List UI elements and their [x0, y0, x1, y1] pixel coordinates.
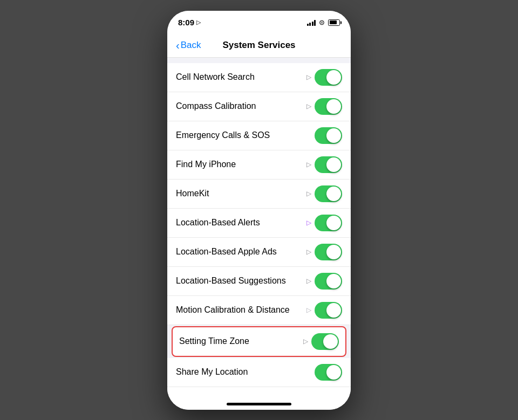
page-title: System Services	[222, 40, 295, 51]
location-arrow-purple-icon: ▷	[306, 219, 311, 226]
location-based-alerts-toggle[interactable]	[315, 215, 342, 231]
back-label[interactable]: Back	[181, 40, 201, 51]
emergency-calls-label: Emergency Calls & SOS	[176, 130, 315, 140]
list-item[interactable]: Emergency Calls & SOS	[167, 121, 351, 150]
row-right: ▷	[306, 185, 342, 202]
homekit-toggle[interactable]	[315, 185, 342, 202]
status-bar: 8:09 ▷ ⊜	[167, 11, 351, 35]
setting-time-zone-toggle[interactable]	[311, 333, 339, 350]
list-item[interactable]: Cell Network Search ▷	[167, 63, 351, 92]
home-bar	[227, 403, 291, 405]
list-item[interactable]: Motion Calibration & Distance ▷	[167, 296, 351, 325]
compass-calibration-toggle[interactable]	[315, 98, 342, 115]
list-item[interactable]: HomeKit ▷	[167, 180, 351, 209]
location-arrow-icon: ▷	[306, 248, 311, 256]
list-item[interactable]: Compass Calibration ▷	[167, 92, 351, 121]
row-right: ▷	[306, 98, 342, 115]
row-right: ▷	[306, 273, 342, 290]
location-based-apple-ads-toggle[interactable]	[315, 244, 342, 260]
setting-time-zone-label: Setting Time Zone	[179, 336, 303, 346]
row-right	[315, 127, 342, 144]
battery-icon	[328, 19, 340, 26]
row-right: ▷	[306, 69, 342, 86]
location-arrow-icon: ▷	[306, 102, 311, 110]
location-arrow-icon: ▷	[306, 73, 311, 81]
share-my-location-toggle[interactable]	[315, 364, 342, 381]
status-icons: ⊜	[307, 18, 340, 26]
location-arrow-icon: ▷	[303, 338, 308, 345]
find-my-iphone-label: Find My iPhone	[176, 160, 306, 169]
compass-calibration-label: Compass Calibration	[176, 101, 306, 111]
row-right: ▷	[306, 302, 342, 319]
location-arrow-icon: ▷	[306, 277, 311, 285]
location-based-alerts-label: Location-Based Alerts	[176, 218, 306, 228]
list-item[interactable]: Location-Based Suggestions ▷	[167, 267, 351, 296]
wifi-icon: ⊜	[319, 18, 325, 26]
setting-time-zone-row[interactable]: Setting Time Zone ▷	[172, 326, 346, 357]
emergency-calls-toggle[interactable]	[315, 127, 342, 144]
row-right: ▷	[306, 156, 342, 173]
row-right: ▷	[306, 244, 342, 260]
nav-bar: ‹ Back System Services	[167, 35, 351, 58]
back-button[interactable]: ‹ Back	[176, 40, 201, 51]
row-right	[315, 364, 342, 381]
list-item[interactable]: Find My iPhone ▷	[167, 150, 351, 180]
share-my-location-label: Share My Location	[176, 367, 315, 377]
home-indicator	[167, 391, 351, 410]
list-item[interactable]: Wi-Fi Calling	[167, 387, 351, 391]
list-item[interactable]: Share My Location	[167, 358, 351, 387]
location-based-suggestions-toggle[interactable]	[315, 273, 342, 290]
list-item[interactable]: Location-Based Apple Ads ▷	[167, 238, 351, 267]
motion-calibration-label: Motion Calibration & Distance	[176, 305, 306, 315]
location-based-suggestions-label: Location-Based Suggestions	[176, 276, 306, 286]
signal-icon	[307, 19, 316, 26]
main-settings-group: Cell Network Search ▷ Compass Calibratio…	[167, 63, 351, 391]
location-arrow-icon: ▷	[306, 306, 311, 314]
cell-network-search-label: Cell Network Search	[176, 72, 306, 82]
status-time: 8:09	[178, 18, 194, 27]
find-my-iphone-toggle[interactable]	[315, 156, 342, 173]
motion-calibration-toggle[interactable]	[315, 302, 342, 319]
homekit-label: HomeKit	[176, 189, 306, 198]
back-chevron-icon: ‹	[176, 40, 180, 51]
row-right: ▷	[306, 215, 342, 231]
settings-content: Cell Network Search ▷ Compass Calibratio…	[167, 58, 351, 391]
phone-frame: 8:09 ▷ ⊜ ‹ Back Syst	[167, 11, 351, 410]
location-arrow-icon: ▷	[306, 161, 311, 168]
location-based-apple-ads-label: Location-Based Apple Ads	[176, 247, 306, 257]
row-right: ▷	[303, 333, 339, 350]
cell-network-search-toggle[interactable]	[315, 69, 342, 86]
list-item[interactable]: Location-Based Alerts ▷	[167, 209, 351, 238]
location-arrow-icon: ▷	[306, 190, 311, 197]
location-arrow-icon: ▷	[196, 19, 201, 26]
